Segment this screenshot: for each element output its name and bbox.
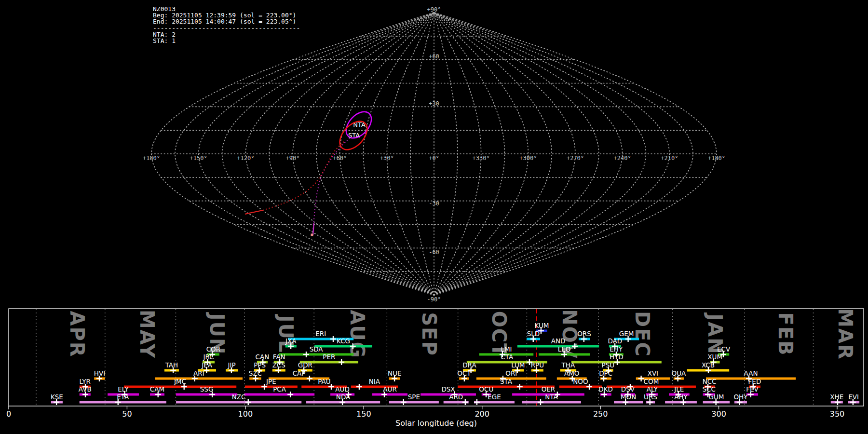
map-longitude-label: +150° bbox=[190, 155, 207, 162]
shower-label-KUM: KUM bbox=[534, 322, 549, 329]
shower-bar-STA bbox=[458, 386, 555, 388]
shower-label-HVI: HVI bbox=[94, 369, 105, 377]
shower-label-LUM: LUM bbox=[511, 361, 525, 369]
peak-marker-PCA bbox=[287, 392, 293, 397]
map-meridian bbox=[434, 13, 599, 295]
shower-label-JPE: JPE bbox=[266, 378, 276, 385]
shower-label-XCB: XCB bbox=[702, 361, 715, 369]
peak-marker-STA bbox=[517, 384, 523, 390]
shower-label-OCU: OCU bbox=[479, 385, 493, 393]
shower-bar-JPE bbox=[245, 386, 298, 388]
shower-label-FEV: FEV bbox=[746, 385, 759, 393]
shower-label-PAU: PAU bbox=[318, 378, 330, 385]
shower-label-PCA: PCA bbox=[273, 385, 286, 393]
shower-label-AUR: AUR bbox=[383, 385, 397, 393]
month-label-MAR: MAR bbox=[834, 308, 856, 360]
shower-bar-ARI bbox=[155, 378, 243, 380]
shower-label-NDA: NDA bbox=[336, 393, 351, 401]
peak-marker-ARD bbox=[462, 399, 468, 405]
shower-label-NIA: NIA bbox=[369, 378, 380, 385]
shower-bar-SSG bbox=[176, 393, 237, 396]
shower-label-PPS: PPS bbox=[254, 361, 266, 369]
shower-label-JIP: JIP bbox=[228, 361, 236, 369]
shower-label-HYD: HYD bbox=[610, 353, 624, 361]
shower-label-SLD: SLD bbox=[527, 330, 540, 338]
peak-marker-EGE bbox=[474, 399, 480, 405]
shower-bar-EGE bbox=[474, 401, 515, 404]
shower-label-DKD: DKD bbox=[598, 385, 613, 393]
map-longitude-label: +180° bbox=[708, 155, 725, 162]
month-label-FEB: FEB bbox=[774, 312, 797, 356]
shower-bar-NTA bbox=[522, 401, 581, 404]
peak-marker-NIA bbox=[356, 384, 362, 390]
shower-label-LEO: LEO bbox=[558, 345, 571, 353]
radiant-trail-tip-NTA bbox=[311, 234, 313, 236]
shower-bar-NOO bbox=[559, 386, 602, 388]
peak-marker-CAP bbox=[307, 376, 312, 381]
shower-label-AND: AND bbox=[551, 337, 566, 345]
shower-label-DAD: DAD bbox=[608, 337, 622, 345]
shower-label-ARD: ARD bbox=[449, 393, 463, 401]
shower-label-KSE: KSE bbox=[51, 393, 63, 401]
axis-tick-label: 100 bbox=[238, 409, 253, 419]
x-axis-title: Solar longitude (deg) bbox=[395, 419, 477, 428]
map-longitude-label: +90° bbox=[286, 155, 300, 162]
month-label-DEC: DEC bbox=[631, 311, 653, 357]
map-longitude-label: +210° bbox=[661, 155, 678, 162]
shower-label-CTA: CTA bbox=[501, 353, 514, 361]
shower-bar-SPE bbox=[389, 401, 439, 404]
shower-label-ETA: ETA bbox=[117, 393, 129, 401]
shower-label-OER: OER bbox=[542, 385, 556, 393]
shower-label-CAM: CAM bbox=[150, 385, 164, 393]
shower-bar-JMC bbox=[124, 386, 236, 388]
shower-label-AUD: AUD bbox=[335, 385, 350, 393]
shower-label-OHY: OHY bbox=[733, 393, 748, 401]
map-longitude-label: +30° bbox=[380, 155, 394, 162]
shower-label-MON: MON bbox=[621, 393, 636, 401]
shower-label-JLE: JLE bbox=[674, 385, 684, 393]
month-label-MAY: MAY bbox=[136, 310, 158, 359]
shower-label-PSU: PSU bbox=[602, 361, 615, 369]
shower-label-SSG: SSG bbox=[200, 385, 214, 393]
shower-bar-DSX bbox=[420, 393, 476, 396]
observation-header: NZ0013 Beg: 20251105 12:39:59 (sol = 223… bbox=[153, 6, 300, 44]
sta-count: STA: 1 bbox=[153, 37, 176, 44]
shower-label-KCG: KCG bbox=[337, 337, 350, 345]
map-latitude-label: +90° bbox=[427, 6, 441, 13]
shower-label-GUM: GUM bbox=[708, 393, 724, 401]
peak-marker-ERI bbox=[330, 336, 336, 342]
map-latitude-label: -60 bbox=[429, 249, 439, 256]
shower-label-JXA: JXA bbox=[285, 337, 297, 345]
shower-bar-NZC bbox=[176, 401, 301, 404]
map-latitude-label: -30 bbox=[429, 200, 439, 207]
axis-tick-label: 250 bbox=[593, 409, 608, 419]
map-longitude-label: +300° bbox=[519, 155, 537, 162]
peak-marker-SDA bbox=[303, 352, 309, 357]
axis-tick-label: 200 bbox=[475, 409, 489, 419]
map-longitude-label: +120° bbox=[237, 155, 254, 162]
axis-tick-label: 50 bbox=[122, 409, 132, 419]
shower-label-DSX: DSX bbox=[441, 385, 455, 393]
shower-label-AHY: AHY bbox=[674, 393, 688, 401]
map-longitude-label: +240° bbox=[614, 155, 631, 162]
shower-label-COM: COM bbox=[644, 378, 659, 385]
axis-tick-label: 150 bbox=[356, 409, 371, 419]
shower-bar-SDA bbox=[279, 353, 353, 356]
activity-timeline: APRMAYJUNJULAUGSEPOCTNOVDECJANFEBMARERIS… bbox=[6, 308, 864, 428]
shower-label-GEM: GEM bbox=[619, 330, 634, 338]
map-latitude-label: +30 bbox=[429, 100, 439, 107]
shower-label-STA: STA bbox=[500, 378, 513, 385]
shower-bar-PCA bbox=[244, 393, 314, 396]
shower-bar-KCG bbox=[314, 345, 372, 348]
shower-label-XVI: XVI bbox=[648, 369, 658, 377]
shower-label-NZC: NZC bbox=[232, 393, 246, 401]
shower-label-NCC: NCC bbox=[703, 378, 717, 385]
shower-label-CAP: CAP bbox=[293, 369, 306, 377]
shower-label-LYR: LYR bbox=[80, 378, 91, 385]
shower-label-EVI: EVI bbox=[848, 393, 859, 401]
shower-label-EHY: EHY bbox=[610, 345, 623, 353]
shower-label-DSV: DSV bbox=[621, 385, 635, 393]
shower-label-FED: FED bbox=[748, 378, 761, 385]
shower-label-COR: COR bbox=[206, 345, 220, 353]
shower-label-NTA: NTA bbox=[545, 393, 558, 401]
